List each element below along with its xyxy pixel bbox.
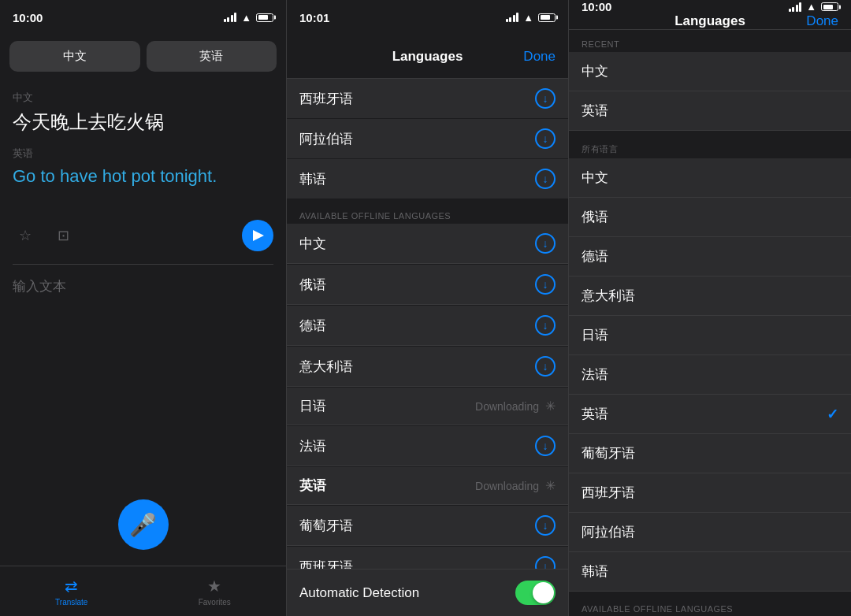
source-lang-label: 中文 xyxy=(13,91,273,105)
all-english[interactable]: 英语 ✓ xyxy=(569,395,851,434)
lang-name: 德语 xyxy=(582,247,838,265)
spinner-icon: ✳ xyxy=(545,478,556,493)
download-icon[interactable]: ↓ xyxy=(535,315,556,336)
download-icon[interactable]: ↓ xyxy=(535,169,556,189)
mic-button[interactable]: 🎤 xyxy=(118,499,169,550)
mic-icon: 🎤 xyxy=(129,512,157,538)
status-bar-3: 10:00 ▲ xyxy=(569,0,851,13)
copy-icon[interactable]: ⊡ xyxy=(50,223,76,248)
lang-item-italian[interactable]: 意大利语 ↓ xyxy=(287,347,568,387)
all-korean[interactable]: 韩语 xyxy=(569,552,851,592)
battery-icon-2 xyxy=(538,13,556,22)
nav-translate[interactable]: ⇄ Translate xyxy=(0,577,143,607)
lang-item-french[interactable]: 法语 ↓ xyxy=(287,426,568,466)
lang-item-chinese[interactable]: 中文 ↓ xyxy=(287,224,568,264)
lang-item-arabic-top[interactable]: 阿拉伯语 ↓ xyxy=(287,119,568,158)
lang-name: 日语 xyxy=(299,397,475,415)
all-chinese[interactable]: 中文 xyxy=(569,158,851,198)
checkmark-icon: ✓ xyxy=(827,406,838,423)
status-bar-2: 10:01 ▲ xyxy=(287,0,568,35)
auto-detect-toggle[interactable] xyxy=(515,581,556,605)
all-arabic[interactable]: 阿拉伯语 xyxy=(569,513,851,552)
lang-name: 英语 xyxy=(299,477,475,495)
lang-item-korean-top[interactable]: 韩语 ↓ xyxy=(287,159,568,199)
auto-detect-row: Automatic Detection xyxy=(287,569,568,616)
status-time-2: 10:01 xyxy=(299,11,329,24)
translate-nav-icon: ⇄ xyxy=(65,577,78,596)
lang-name: 西班牙语 xyxy=(299,558,535,570)
lang-name: 意大利语 xyxy=(582,287,838,305)
languages-title: Languages xyxy=(392,49,463,65)
lang-name: 韩语 xyxy=(299,170,535,188)
battery-icon-3 xyxy=(821,2,838,11)
target-lang-label: 英语 xyxy=(13,147,273,161)
lang-tab-english[interactable]: 英语 xyxy=(147,41,277,72)
signal-icon-3 xyxy=(789,2,802,12)
lang-item-german[interactable]: 德语 ↓ xyxy=(287,306,568,346)
wifi-icon-2: ▲ xyxy=(523,12,533,24)
lang-name: 葡萄牙语 xyxy=(299,517,535,535)
lang-name: 韩语 xyxy=(582,562,838,581)
status-bar-1: 10:00 ▲ xyxy=(0,0,286,35)
download-arrow-icon: ↓ xyxy=(543,361,548,372)
panel-language-select: 10:00 ▲ Languages Done RECENT 中文 xyxy=(568,0,851,616)
lang-item-spanish-top[interactable]: 西班牙语 ↓ xyxy=(287,79,568,118)
all-italian[interactable]: 意大利语 xyxy=(569,276,851,316)
download-arrow-icon: ↓ xyxy=(543,320,548,331)
download-icon[interactable]: ↓ xyxy=(535,515,556,536)
download-icon[interactable]: ↓ xyxy=(535,274,556,295)
status-time-1: 10:00 xyxy=(13,11,43,24)
signal-icon-2 xyxy=(506,13,519,22)
favorites-nav-icon: ★ xyxy=(207,577,221,596)
bottom-nav: ⇄ Translate ★ Favorites xyxy=(0,566,286,616)
play-button[interactable] xyxy=(242,220,273,251)
wifi-icon-3: ▲ xyxy=(806,1,816,13)
done-button-3[interactable]: Done xyxy=(806,13,838,29)
lang-name: 西班牙语 xyxy=(299,90,535,108)
status-icons-1: ▲ xyxy=(224,12,273,24)
download-icon[interactable]: ↓ xyxy=(535,233,556,254)
all-spanish[interactable]: 西班牙语 xyxy=(569,473,851,513)
all-russian[interactable]: 俄语 xyxy=(569,198,851,237)
lang-name: 中文 xyxy=(582,169,838,187)
favorite-icon[interactable]: ☆ xyxy=(13,223,38,248)
download-icon[interactable]: ↓ xyxy=(535,556,556,569)
language-download-scroll: 西班牙语 ↓ 阿拉伯语 ↓ 韩语 ↓ AVAILABLE O xyxy=(287,79,568,569)
nav-translate-label: Translate xyxy=(55,598,87,607)
status-icons-3: ▲ xyxy=(789,1,838,13)
lang-item-english[interactable]: 英语 Downloading ✳ xyxy=(287,467,568,505)
all-portuguese[interactable]: 葡萄牙语 xyxy=(569,434,851,473)
wifi-icon: ▲ xyxy=(241,12,251,24)
nav-favorites-label: Favorites xyxy=(199,598,231,607)
signal-icon xyxy=(224,13,237,22)
all-german[interactable]: 德语 xyxy=(569,237,851,276)
download-icon[interactable]: ↓ xyxy=(535,128,556,149)
download-icon[interactable]: ↓ xyxy=(535,436,556,456)
lang-tab-chinese[interactable]: 中文 xyxy=(9,41,140,72)
lang-item-japanese[interactable]: 日语 Downloading ✳ xyxy=(287,388,568,425)
play-triangle-icon xyxy=(253,230,264,241)
input-placeholder[interactable]: 输入文本 xyxy=(13,277,273,295)
source-text: 今天晚上去吃火锅 xyxy=(13,109,273,134)
download-arrow-icon: ↓ xyxy=(543,238,548,249)
lang-item-russian[interactable]: 俄语 ↓ xyxy=(287,265,568,305)
downloading-status: Downloading xyxy=(475,400,539,413)
all-french[interactable]: 法语 xyxy=(569,355,851,395)
download-icon[interactable]: ↓ xyxy=(535,356,556,377)
done-button[interactable]: Done xyxy=(523,49,556,65)
recent-chinese[interactable]: 中文 xyxy=(569,52,851,91)
lang-item-portuguese[interactable]: 葡萄牙语 ↓ xyxy=(287,506,568,546)
download-arrow-icon: ↓ xyxy=(543,561,548,569)
download-icon[interactable]: ↓ xyxy=(535,88,556,109)
lang-name: 俄语 xyxy=(299,276,535,294)
all-japanese[interactable]: 日语 xyxy=(569,316,851,355)
panel-language-download: 10:01 ▲ Languages Done 西班牙语 ↓ xyxy=(286,0,568,616)
language-tabs: 中文 英语 xyxy=(9,41,277,72)
input-area: 输入文本 xyxy=(0,265,286,499)
lang-item-spanish[interactable]: 西班牙语 ↓ xyxy=(287,547,568,569)
lang-name: 中文 xyxy=(582,62,838,80)
nav-favorites[interactable]: ★ Favorites xyxy=(143,577,287,607)
recent-english[interactable]: 英语 xyxy=(569,91,851,131)
spinner-icon: ✳ xyxy=(545,399,556,414)
translation-area: 中文 今天晚上去吃火锅 英语 Go to have hot pot tonigh… xyxy=(0,78,286,201)
